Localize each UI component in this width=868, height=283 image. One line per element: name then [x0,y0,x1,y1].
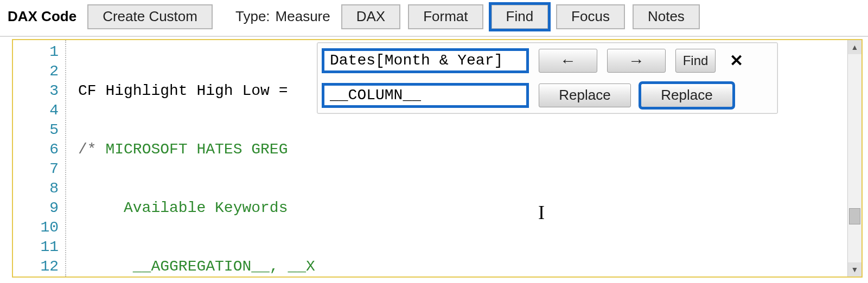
scroll-down-button[interactable]: ▼ [848,262,861,276]
find-replace-panel: ← → Find ✕ Replace Replace [317,42,778,114]
code-text: MICROSOFT HATES GREG [105,141,288,158]
scroll-thumb[interactable] [849,208,860,224]
code-text: __AGGREGATION__, __X [78,258,315,275]
replace-input[interactable] [322,83,529,108]
line-number: 7 [13,159,59,179]
line-number: 6 [13,140,59,159]
type-group: Type: Measure [235,8,330,25]
vertical-scrollbar[interactable]: ▲ ▼ [847,40,861,276]
line-number: 3 [13,81,59,101]
close-find-button[interactable]: ✕ [725,49,747,73]
editor-wrap: 1 2 3 4 5 6 7 8 9 10 11 12 CF Highlight … [12,39,863,278]
line-number: 12 [13,257,59,276]
line-number: 11 [13,237,59,257]
code-text: CF Highlight High Low = [78,82,297,99]
code-text: Available Keywords [78,200,288,216]
find-button[interactable]: Find [491,4,549,29]
toolbar: DAX Code Create Custom Type: Measure DAX… [0,0,868,37]
find-input[interactable] [322,48,529,73]
type-label: Type: [235,8,270,25]
line-gutter: 1 2 3 4 5 6 7 8 9 10 11 12 [13,40,66,276]
line-number: 4 [13,101,59,120]
focus-button[interactable]: Focus [556,4,625,29]
dax-code-title: DAX Code [8,8,76,25]
replace-button[interactable]: Replace [539,83,631,107]
type-value: Measure [276,8,330,25]
notes-button[interactable]: Notes [633,4,700,29]
line-number: 5 [13,120,59,140]
find-exec-button[interactable]: Find [675,49,716,73]
create-custom-button[interactable]: Create Custom [87,4,213,29]
replace-all-button[interactable]: Replace [641,83,733,107]
find-prev-button[interactable]: ← [539,49,597,73]
code-text: /* [78,141,105,158]
dax-button[interactable]: DAX [341,4,400,29]
line-number: 2 [13,62,59,81]
scroll-up-button[interactable]: ▲ [848,40,861,54]
find-next-button[interactable]: → [607,49,666,73]
line-number: 9 [13,198,59,218]
line-number: 8 [13,179,59,198]
line-number: 1 [13,42,59,62]
line-number: 10 [13,218,59,237]
format-button[interactable]: Format [408,4,483,29]
